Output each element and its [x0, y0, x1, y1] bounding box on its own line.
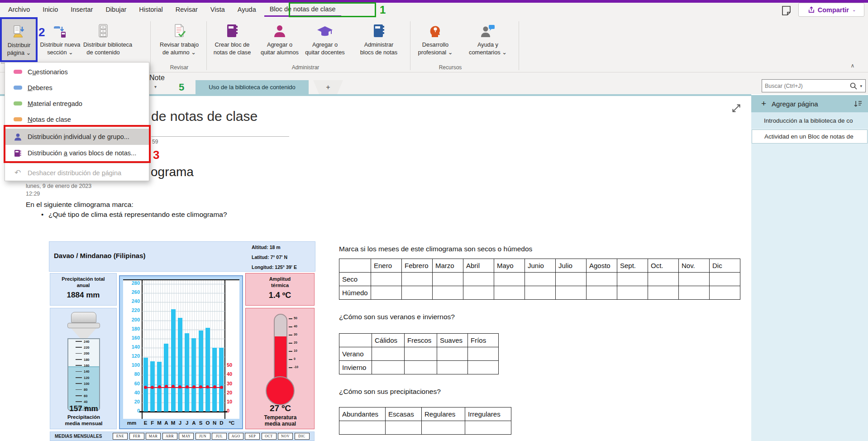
answer-cell[interactable] [587, 273, 617, 286]
menu-item-distribucion-varios-blocs[interactable]: Distribución a varios blocs de notas... [5, 145, 149, 161]
ribbon-button-desarrollo-profesional[interactable]: Desarrollo profesional ⌄ [413, 20, 458, 64]
menu-bar-items: ArchivoInicioInsertarDibujarHistorialRev… [2, 3, 262, 17]
answer-cell[interactable] [405, 347, 437, 361]
ribbon-button-distribuir-biblioteca[interactable]: Distribuir biblioteca de contenido [83, 20, 123, 64]
answer-cell[interactable] [525, 273, 556, 286]
answer-cell[interactable] [617, 273, 648, 286]
search-box[interactable]: ▾ [762, 79, 866, 92]
precipitation-bar [185, 333, 189, 412]
answer-cell[interactable] [463, 286, 494, 300]
answer-cell[interactable] [556, 273, 587, 286]
menu-item-distribucion-individual[interactable]: Distribución individual y de grupo... [5, 129, 149, 145]
title-underline [151, 136, 289, 137]
collapse-ribbon-icon[interactable]: ∧ [847, 62, 858, 69]
answer-cell[interactable] [402, 286, 433, 300]
temperature-point [220, 386, 223, 389]
answer-cell[interactable] [386, 421, 422, 435]
menu-item-notas-de-clase[interactable]: Notas de clase [5, 111, 149, 127]
answer-cell[interactable] [372, 347, 405, 361]
answer-cell[interactable] [710, 273, 740, 286]
menu-item-material-entregado[interactable]: Material entregado [5, 96, 149, 111]
answer-cell[interactable] [525, 286, 556, 300]
answer-cell[interactable] [463, 273, 494, 286]
gauge-tick [76, 389, 82, 390]
left-axis-tick: 260 [124, 289, 140, 295]
notebook-name-fragment[interactable]: Note [149, 74, 165, 82]
answer-cell[interactable] [679, 286, 710, 300]
menu-item-dibujar[interactable]: Dibujar [99, 3, 133, 17]
sort-pages-icon[interactable] [854, 99, 863, 108]
ribbon-button-agregar-docentes[interactable]: Agregar o quitar docentes [301, 20, 348, 64]
menu-item-deberes[interactable]: Deberes [5, 80, 149, 96]
page-list-item-selected[interactable]: Actividad en un Bloc de notas de [752, 129, 868, 144]
ribbon-button-distribuir-nueva-seccion[interactable]: Distribuir nueva sección ⌄ [38, 20, 82, 64]
answer-cell[interactable] [437, 361, 468, 374]
answer-cell[interactable] [556, 286, 587, 300]
ribbon-button-crear-bloc[interactable]: Crear bloc de notas de clase [208, 20, 256, 64]
search-input[interactable] [762, 83, 849, 89]
mean-temperature-label: Temperatura [246, 414, 315, 421]
answer-cell[interactable] [372, 361, 405, 374]
menu-separator [10, 163, 148, 163]
temperature-line [144, 387, 223, 388]
answer-cell[interactable] [587, 286, 617, 300]
answer-cell[interactable] [437, 347, 468, 361]
share-button[interactable]: Compartir ⌄ [798, 3, 864, 17]
answer-cell[interactable] [371, 286, 402, 300]
answer-cell[interactable] [468, 361, 499, 374]
tab-bloc-de-notas-de-clase[interactable]: Bloc de notas de clase [264, 3, 341, 17]
answer-cell[interactable] [465, 421, 511, 435]
ribbon-button-administrar-blocs[interactable]: Administrar blocs de notas [349, 20, 408, 64]
answer-cell[interactable] [402, 273, 433, 286]
search-icon[interactable] [849, 82, 858, 90]
chart-month-label: M [170, 420, 176, 428]
answer-cell[interactable] [422, 421, 465, 435]
content-library-icon [83, 20, 123, 39]
section-tab-biblioteca[interactable]: Uso de la biblioteca de contenido [196, 80, 309, 94]
expand-page-icon[interactable] [730, 102, 742, 116]
ribbon-button-agregar-alumnos[interactable]: Agregar o quitar alumnos [257, 20, 302, 64]
menu-item-ayuda[interactable]: Ayuda [231, 3, 262, 17]
add-page-button[interactable]: + Agregar página [751, 95, 868, 112]
thermometer-tick [289, 318, 292, 319]
gauge-tick-label: 160 [84, 364, 90, 368]
answer-cell[interactable] [617, 286, 648, 300]
answer-cell[interactable] [710, 286, 740, 300]
answer-cell[interactable] [494, 273, 525, 286]
search-scope-chevron-icon[interactable]: ▾ [858, 84, 865, 88]
precipitation-bar [205, 328, 210, 412]
temperature-point [213, 385, 216, 388]
answer-cell[interactable] [433, 286, 463, 300]
sticky-notes-icon[interactable] [781, 5, 792, 18]
intro-text: En el siguiente climograma marca: [26, 201, 134, 209]
thermometer-tube [274, 314, 287, 383]
answer-cell[interactable] [433, 273, 463, 286]
chart-frame-top [123, 279, 239, 280]
menu-item-historial[interactable]: Historial [133, 3, 169, 17]
menu-item-cuestionarios[interactable]: Cuestionarios [5, 64, 149, 80]
menu-item-insertar[interactable]: Insertar [64, 3, 99, 17]
menu-item-archivo[interactable]: Archivo [2, 3, 36, 17]
menu-item-inicio[interactable]: Inicio [36, 3, 64, 17]
answer-cell[interactable] [494, 286, 525, 300]
answer-cell[interactable] [679, 273, 710, 286]
thermometer-tick-label: 30 [294, 333, 297, 336]
ribbon-button-ayuda-comentarios[interactable]: Ayuda y comentarios ⌄ [459, 20, 517, 64]
precipitation-bar [219, 348, 224, 412]
notebook-chevron-icon[interactable]: ▾ [154, 84, 157, 89]
answer-cell[interactable] [371, 273, 402, 286]
menu-item-revisar[interactable]: Revisar [169, 3, 204, 17]
ribbon-button-revisar-trabajo[interactable]: Revisar trabajo de alumno ⌄ [152, 20, 206, 64]
ribbon-button-distribuir-pagina[interactable]: Distribuir página ⌄ [1, 18, 37, 64]
timestamp-fragment: 59 [152, 139, 158, 145]
menu-item-vista[interactable]: Vista [204, 3, 231, 17]
answer-cell[interactable] [648, 286, 679, 300]
climogram-image: Davao / Mindanao (Filipinas) Altitud: 18… [49, 241, 315, 441]
button-label: Crear bloc de [208, 41, 256, 49]
answer-cell[interactable] [648, 273, 679, 286]
answer-cell[interactable] [339, 421, 386, 435]
button-label: Revisar trabajo [152, 41, 206, 49]
answer-cell[interactable] [468, 347, 499, 361]
answer-cell[interactable] [405, 361, 437, 374]
page-list-item[interactable]: Introducción a la biblioteca de co [751, 112, 868, 129]
